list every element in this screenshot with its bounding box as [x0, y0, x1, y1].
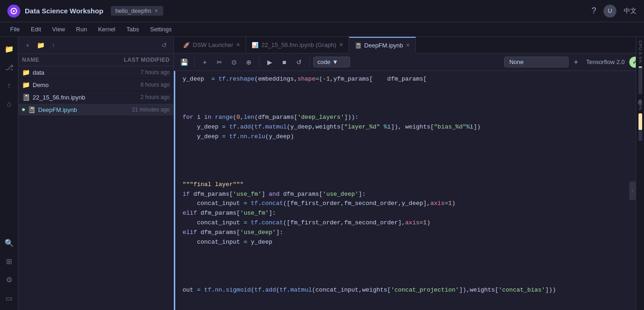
- resource-sidebar: CPU 0.5% 内存 6.0%: [636, 37, 644, 310]
- topbar-actions: ? U 中文: [592, 5, 637, 18]
- right-panel: CPU 0.5% 内存 6.0% 🚀 DSW Launcher ✕: [174, 37, 644, 310]
- code-content: y_deep = tf.reshape(embeddings,shape=(-1…: [183, 75, 638, 310]
- code-content-2: for i in range(0,len(dfm_params['deep_la…: [183, 113, 638, 141]
- menu-tabs[interactable]: Tabs: [122, 24, 144, 35]
- copy-cell-button[interactable]: ⊙: [228, 56, 241, 69]
- notebook-active-icon: 📓: [28, 106, 35, 113]
- mem-label: 内存 6.0%: [637, 97, 643, 111]
- file-name: 22_15_56.fnn.ipynb: [33, 94, 141, 101]
- code-cell: y_deep = tf.reshape(embeddings,shape=(-1…: [174, 71, 644, 310]
- sidebar: 📁 ⎇ ↑ ⌂ 🔍 ⊞ ⚙ ▭: [0, 37, 18, 310]
- menu-view[interactable]: View: [47, 24, 69, 35]
- save-button[interactable]: 💾: [178, 56, 190, 69]
- cpu-bar: [638, 66, 642, 94]
- cell-type-dropdown[interactable]: code ▼: [313, 57, 350, 67]
- tab-close-deepfm[interactable]: ✕: [406, 42, 410, 48]
- project-name: hello_deepfm: [115, 7, 151, 14]
- menu-edit[interactable]: Edit: [26, 24, 46, 35]
- run-button[interactable]: ▶: [263, 56, 276, 69]
- file-modified: 2 hours ago: [141, 94, 170, 100]
- notebook-toolbar: 💾 + ✂ ⊙ ⊕ ▶ ■ ↺ code ▼ None + Tensorflow…: [174, 53, 644, 71]
- upload-button[interactable]: ↑: [48, 40, 59, 51]
- sidebar-item-extensions[interactable]: ⊞: [1, 253, 17, 269]
- svg-point-1: [13, 10, 15, 12]
- menu-file[interactable]: File: [6, 24, 24, 35]
- folder-icon: 📁: [22, 81, 30, 88]
- file-modified: 21 minutes ago: [132, 106, 170, 113]
- stop-button[interactable]: ■: [278, 56, 291, 69]
- project-selector[interactable]: hello_deepfm ▼: [111, 6, 163, 16]
- avatar[interactable]: U: [604, 5, 616, 18]
- notebook-icon: 📓: [22, 94, 30, 101]
- kernel-name-label: Tensorflow 2.0: [586, 58, 625, 65]
- kernel-dropdown[interactable]: None: [504, 57, 569, 67]
- sidebar-item-folder[interactable]: 📁: [1, 41, 17, 57]
- cut-cell-button[interactable]: ✂: [213, 56, 226, 69]
- sidebar-item-search[interactable]: 🔍: [1, 234, 17, 251]
- new-file-button[interactable]: +: [22, 40, 33, 51]
- tab-deepfm[interactable]: 📓 DeepFM.ipynb ✕: [349, 37, 416, 53]
- menu-kernel[interactable]: Kernel: [93, 24, 120, 35]
- list-item[interactable]: 📓 DeepFM.ipynb 21 minutes ago: [18, 104, 173, 116]
- toolbar-divider-3: [309, 58, 310, 67]
- kernel-none-label: None: [509, 58, 523, 65]
- toolbar-divider: [194, 58, 195, 67]
- main-content: 📁 ⎇ ↑ ⌂ 🔍 ⊞ ⚙ ▭ + 📁 ↑ ↺ Name Last Modifi…: [0, 37, 644, 310]
- graph-tab-icon: 📊: [252, 42, 259, 48]
- topbar: Data Science Workshop hello_deepfm ▼ ? U…: [0, 0, 644, 22]
- list-item[interactable]: 📓 22_15_56.fnn.ipynb 2 hours ago: [18, 91, 173, 104]
- menu-run[interactable]: Run: [71, 24, 92, 35]
- tab-bar: 🚀 DSW Launcher ✕ 📊 22_15_56.fnn.ipynb (G…: [174, 37, 644, 53]
- sidebar-item-settings[interactable]: ⚙: [1, 271, 17, 288]
- list-item[interactable]: 📁 data 7 hours ago: [18, 66, 173, 79]
- tab-dsw-launcher[interactable]: 🚀 DSW Launcher ✕: [178, 37, 246, 53]
- column-modified: Last Modified: [124, 57, 170, 63]
- folder-icon: 📁: [22, 69, 30, 76]
- file-name: Demo: [33, 82, 141, 88]
- mem-fill: [638, 113, 642, 130]
- code-area[interactable]: y_deep = tf.reshape(embeddings,shape=(-1…: [174, 71, 644, 310]
- toolbar-divider-2: [259, 58, 259, 67]
- cell-type-label: code: [317, 58, 330, 65]
- language-selector[interactable]: 中文: [624, 7, 637, 15]
- column-name: Name: [22, 57, 124, 63]
- refresh-kernel-button[interactable]: ↺: [293, 56, 305, 69]
- code-content-3: """final layer""" if dfm_params['use_fm'…: [183, 180, 638, 247]
- menubar: File Edit View Run Kernel Tabs Settings: [0, 22, 644, 37]
- cpu-fill: [638, 66, 642, 68]
- sidebar-item-git[interactable]: ⎇: [1, 59, 17, 76]
- mem-bar-container: [638, 113, 642, 141]
- kernel-add-button[interactable]: +: [570, 57, 581, 68]
- tab-close-graph[interactable]: ✕: [339, 42, 343, 48]
- tab-label: DSW Launcher: [193, 41, 233, 48]
- cpu-label: CPU 0.5%: [638, 41, 643, 64]
- menu-settings[interactable]: Settings: [145, 24, 176, 35]
- collapse-handle[interactable]: ‹: [629, 181, 636, 200]
- file-list: 📁 data 7 hours ago 📁 Demo 8 hours ago 📓 …: [18, 66, 173, 310]
- sidebar-item-terminal[interactable]: ▭: [1, 290, 17, 306]
- active-indicator: [22, 108, 25, 111]
- app-logo: [7, 5, 20, 18]
- mem-bar: [638, 113, 642, 141]
- app-title: Data Science Workshop: [25, 7, 104, 15]
- launcher-tab-icon: 🚀: [183, 42, 190, 48]
- sidebar-item-home[interactable]: ⌂: [1, 96, 17, 112]
- file-panel-toolbar: + 📁 ↑ ↺: [18, 37, 173, 54]
- file-panel-header: Name Last Modified: [18, 54, 173, 66]
- new-folder-button[interactable]: 📁: [35, 40, 46, 51]
- help-icon[interactable]: ?: [592, 6, 596, 16]
- cell-type-chevron: ▼: [332, 58, 338, 65]
- refresh-button[interactable]: ↺: [159, 40, 170, 51]
- file-name: data: [33, 69, 141, 76]
- list-item[interactable]: 📁 Demo 8 hours ago: [18, 79, 173, 91]
- file-modified: 7 hours ago: [141, 69, 170, 76]
- tab-close-launcher[interactable]: ✕: [236, 42, 240, 48]
- paste-cell-button[interactable]: ⊕: [242, 56, 255, 69]
- file-name: DeepFM.ipynb: [38, 106, 132, 113]
- file-modified: 8 hours ago: [141, 82, 170, 88]
- notebook-tab-icon: 📓: [355, 42, 362, 49]
- cpu-bar-container: [638, 66, 642, 94]
- sidebar-item-upload[interactable]: ↑: [1, 77, 17, 94]
- add-cell-button[interactable]: +: [198, 56, 211, 69]
- tab-graph[interactable]: 📊 22_15_56.fnn.ipynb (Graph) ✕: [246, 37, 349, 53]
